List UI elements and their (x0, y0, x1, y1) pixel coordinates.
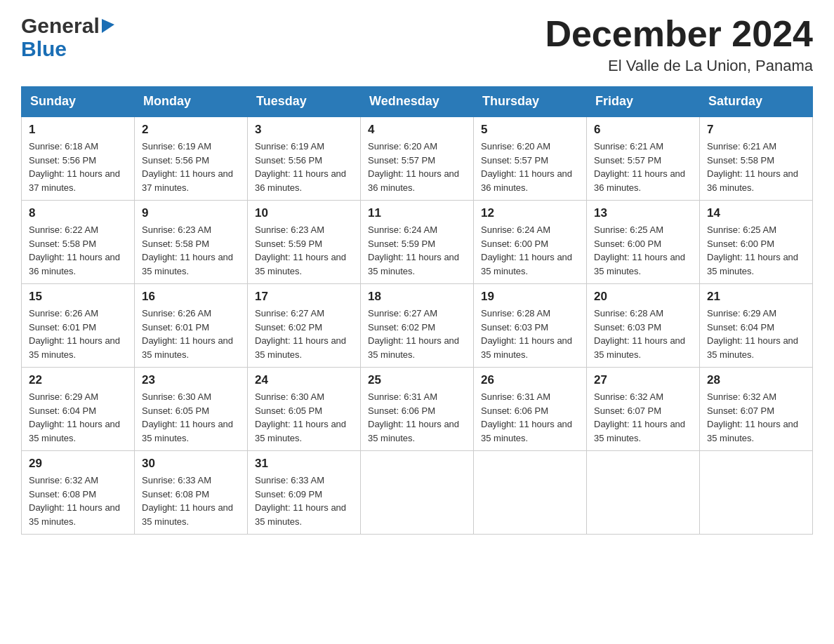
day-info: Sunrise: 6:25 AMSunset: 6:00 PMDaylight:… (594, 224, 685, 276)
calendar-cell (587, 451, 700, 535)
calendar-day-header: Thursday (474, 87, 587, 117)
svg-marker-0 (102, 19, 114, 33)
calendar-cell: 18 Sunrise: 6:27 AMSunset: 6:02 PMDaylig… (361, 284, 474, 368)
calendar-cell: 13 Sunrise: 6:25 AMSunset: 6:00 PMDaylig… (587, 201, 700, 284)
day-info: Sunrise: 6:32 AMSunset: 6:07 PMDaylight:… (594, 391, 685, 443)
calendar-week-row: 15 Sunrise: 6:26 AMSunset: 6:01 PMDaylig… (22, 284, 813, 368)
calendar-cell: 6 Sunrise: 6:21 AMSunset: 5:57 PMDayligh… (587, 116, 700, 201)
day-number: 10 (255, 206, 353, 220)
calendar-cell: 27 Sunrise: 6:32 AMSunset: 6:07 PMDaylig… (587, 368, 700, 451)
day-number: 30 (142, 457, 240, 471)
calendar-cell: 5 Sunrise: 6:20 AMSunset: 5:57 PMDayligh… (474, 116, 587, 201)
day-info: Sunrise: 6:21 AMSunset: 5:57 PMDaylight:… (594, 141, 685, 193)
calendar-cell (700, 451, 813, 535)
calendar-week-row: 1 Sunrise: 6:18 AMSunset: 5:56 PMDayligh… (22, 116, 813, 201)
day-number: 12 (481, 206, 579, 220)
day-info: Sunrise: 6:18 AMSunset: 5:56 PMDaylight:… (29, 141, 120, 193)
day-info: Sunrise: 6:31 AMSunset: 6:06 PMDaylight:… (481, 391, 572, 443)
calendar-cell: 31 Sunrise: 6:33 AMSunset: 6:09 PMDaylig… (248, 451, 361, 535)
day-info: Sunrise: 6:32 AMSunset: 6:07 PMDaylight:… (707, 391, 798, 443)
day-number: 1 (29, 123, 127, 137)
calendar-cell: 4 Sunrise: 6:20 AMSunset: 5:57 PMDayligh… (361, 116, 474, 201)
day-info: Sunrise: 6:23 AMSunset: 5:59 PMDaylight:… (255, 224, 346, 276)
day-info: Sunrise: 6:23 AMSunset: 5:58 PMDaylight:… (142, 224, 233, 276)
day-info: Sunrise: 6:28 AMSunset: 6:03 PMDaylight:… (594, 308, 685, 360)
day-info: Sunrise: 6:24 AMSunset: 6:00 PMDaylight:… (481, 224, 572, 276)
calendar-cell: 2 Sunrise: 6:19 AMSunset: 5:56 PMDayligh… (135, 116, 248, 201)
day-info: Sunrise: 6:27 AMSunset: 6:02 PMDaylight:… (368, 308, 459, 360)
day-info: Sunrise: 6:22 AMSunset: 5:58 PMDaylight:… (29, 224, 120, 276)
day-number: 24 (255, 373, 353, 387)
calendar-cell: 14 Sunrise: 6:25 AMSunset: 6:00 PMDaylig… (700, 201, 813, 284)
day-number: 23 (142, 373, 240, 387)
calendar-cell: 23 Sunrise: 6:30 AMSunset: 6:05 PMDaylig… (135, 368, 248, 451)
calendar-cell: 30 Sunrise: 6:33 AMSunset: 6:08 PMDaylig… (135, 451, 248, 535)
day-number: 19 (481, 290, 579, 304)
calendar-cell: 17 Sunrise: 6:27 AMSunset: 6:02 PMDaylig… (248, 284, 361, 368)
logo-general-text: General (21, 14, 100, 37)
day-number: 20 (594, 290, 692, 304)
calendar-cell: 19 Sunrise: 6:28 AMSunset: 6:03 PMDaylig… (474, 284, 587, 368)
day-number: 26 (481, 373, 579, 387)
day-number: 25 (368, 373, 466, 387)
calendar-day-header: Tuesday (248, 87, 361, 117)
calendar-cell: 3 Sunrise: 6:19 AMSunset: 5:56 PMDayligh… (248, 116, 361, 201)
day-info: Sunrise: 6:29 AMSunset: 6:04 PMDaylight:… (707, 308, 798, 360)
day-number: 21 (707, 290, 805, 304)
calendar-cell: 1 Sunrise: 6:18 AMSunset: 5:56 PMDayligh… (22, 116, 135, 201)
calendar-cell: 26 Sunrise: 6:31 AMSunset: 6:06 PMDaylig… (474, 368, 587, 451)
calendar-cell: 22 Sunrise: 6:29 AMSunset: 6:04 PMDaylig… (22, 368, 135, 451)
day-number: 29 (29, 457, 127, 471)
day-info: Sunrise: 6:33 AMSunset: 6:08 PMDaylight:… (142, 475, 233, 527)
day-info: Sunrise: 6:19 AMSunset: 5:56 PMDaylight:… (255, 141, 346, 193)
month-title: December 2024 (545, 14, 813, 54)
calendar-cell: 28 Sunrise: 6:32 AMSunset: 6:07 PMDaylig… (700, 368, 813, 451)
calendar-cell: 24 Sunrise: 6:30 AMSunset: 6:05 PMDaylig… (248, 368, 361, 451)
day-number: 13 (594, 206, 692, 220)
title-block: December 2024 El Valle de La Union, Pana… (545, 14, 813, 75)
logo-blue-text: Blue (21, 37, 67, 60)
day-number: 18 (368, 290, 466, 304)
day-number: 14 (707, 206, 805, 220)
day-info: Sunrise: 6:21 AMSunset: 5:58 PMDaylight:… (707, 141, 798, 193)
day-info: Sunrise: 6:28 AMSunset: 6:03 PMDaylight:… (481, 308, 572, 360)
day-number: 7 (707, 123, 805, 137)
calendar-header-row: SundayMondayTuesdayWednesdayThursdayFrid… (22, 87, 813, 117)
day-number: 11 (368, 206, 466, 220)
day-info: Sunrise: 6:20 AMSunset: 5:57 PMDaylight:… (481, 141, 572, 193)
day-number: 15 (29, 290, 127, 304)
calendar-cell: 9 Sunrise: 6:23 AMSunset: 5:58 PMDayligh… (135, 201, 248, 284)
calendar-day-header: Monday (135, 87, 248, 117)
calendar-cell: 8 Sunrise: 6:22 AMSunset: 5:58 PMDayligh… (22, 201, 135, 284)
day-number: 22 (29, 373, 127, 387)
day-info: Sunrise: 6:20 AMSunset: 5:57 PMDaylight:… (368, 141, 459, 193)
calendar-week-row: 8 Sunrise: 6:22 AMSunset: 5:58 PMDayligh… (22, 201, 813, 284)
calendar-cell: 25 Sunrise: 6:31 AMSunset: 6:06 PMDaylig… (361, 368, 474, 451)
location-title: El Valle de La Union, Panama (545, 57, 813, 75)
calendar-day-header: Saturday (700, 87, 813, 117)
day-info: Sunrise: 6:32 AMSunset: 6:08 PMDaylight:… (29, 475, 120, 527)
calendar-cell: 10 Sunrise: 6:23 AMSunset: 5:59 PMDaylig… (248, 201, 361, 284)
logo-arrow-icon (102, 19, 114, 33)
calendar-day-header: Friday (587, 87, 700, 117)
day-number: 3 (255, 123, 353, 137)
calendar-cell: 12 Sunrise: 6:24 AMSunset: 6:00 PMDaylig… (474, 201, 587, 284)
calendar-day-header: Sunday (22, 87, 135, 117)
day-info: Sunrise: 6:30 AMSunset: 6:05 PMDaylight:… (142, 391, 233, 443)
calendar-cell: 29 Sunrise: 6:32 AMSunset: 6:08 PMDaylig… (22, 451, 135, 535)
logo: General Blue (21, 14, 114, 60)
calendar-table: SundayMondayTuesdayWednesdayThursdayFrid… (21, 86, 813, 535)
day-number: 17 (255, 290, 353, 304)
day-number: 9 (142, 206, 240, 220)
day-info: Sunrise: 6:19 AMSunset: 5:56 PMDaylight:… (142, 141, 233, 193)
calendar-week-row: 22 Sunrise: 6:29 AMSunset: 6:04 PMDaylig… (22, 368, 813, 451)
calendar-cell (361, 451, 474, 535)
calendar-cell: 21 Sunrise: 6:29 AMSunset: 6:04 PMDaylig… (700, 284, 813, 368)
day-info: Sunrise: 6:26 AMSunset: 6:01 PMDaylight:… (142, 308, 233, 360)
day-info: Sunrise: 6:24 AMSunset: 5:59 PMDaylight:… (368, 224, 459, 276)
day-number: 31 (255, 457, 353, 471)
calendar-day-header: Wednesday (361, 87, 474, 117)
day-info: Sunrise: 6:33 AMSunset: 6:09 PMDaylight:… (255, 475, 346, 527)
calendar-cell: 15 Sunrise: 6:26 AMSunset: 6:01 PMDaylig… (22, 284, 135, 368)
calendar-cell: 20 Sunrise: 6:28 AMSunset: 6:03 PMDaylig… (587, 284, 700, 368)
